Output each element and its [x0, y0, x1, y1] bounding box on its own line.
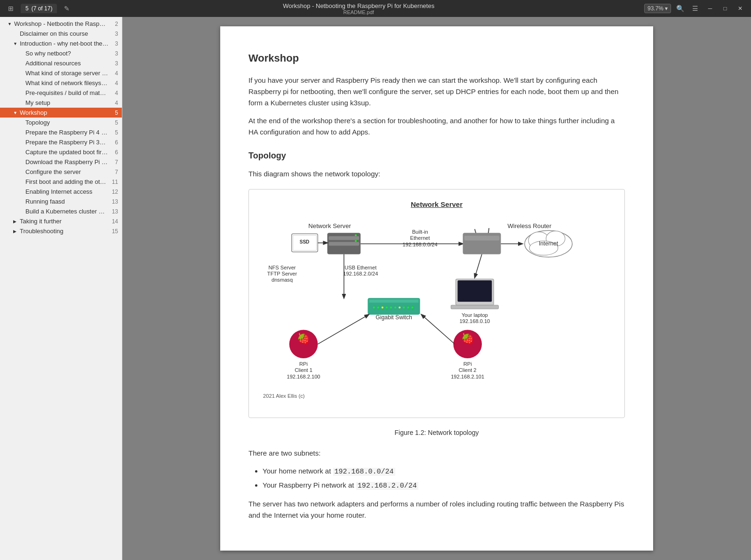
- close-button[interactable]: ✕: [734, 3, 746, 14]
- menu-icon[interactable]: ☰: [689, 3, 701, 14]
- toc-item[interactable]: Build a Kubernetes cluster with ... 13: [0, 206, 122, 216]
- toc-page: 3: [109, 50, 118, 57]
- toc-label: What kind of network filesyste...: [25, 79, 109, 87]
- svg-point-38: [394, 307, 396, 308]
- toc-page: 15: [109, 228, 118, 235]
- toc-item[interactable]: What kind of network filesyste... 4: [0, 78, 122, 88]
- toc-item[interactable]: Enabling Internet access 12: [0, 187, 122, 197]
- toc-item[interactable]: So why netboot? 3: [0, 48, 122, 58]
- window-subtitle: README.pdf: [73, 9, 644, 15]
- svg-text:Gigabit Switch: Gigabit Switch: [376, 314, 412, 321]
- svg-point-39: [399, 307, 400, 308]
- toc-page: 6: [109, 139, 118, 146]
- toc-page: 7: [109, 159, 118, 166]
- svg-rect-32: [369, 300, 418, 303]
- svg-text:NFS Server: NFS Server: [269, 265, 296, 270]
- toc-page: 13: [109, 198, 118, 205]
- titlebar: ⊞ 5 (7 of 17) ✎ Workshop - Netbooting th…: [0, 0, 751, 17]
- topology-heading: Topology: [248, 149, 625, 163]
- toc-item[interactable]: ▼ Workshop 5: [0, 108, 122, 118]
- page-section-title: Workshop: [248, 50, 625, 66]
- window-title: Workshop - Netbooting the Raspberry Pi f…: [73, 2, 644, 9]
- titlebar-left: ⊞ 5 (7 of 17) ✎: [5, 3, 73, 14]
- intro-paragraph-1: If you have your server and Raspberry Pi…: [248, 75, 625, 109]
- overview-icon[interactable]: ⊞: [5, 3, 17, 14]
- expand-icon: ▼: [13, 110, 18, 115]
- toc-page: 3: [109, 40, 118, 47]
- expand-icon: ▶: [13, 229, 18, 234]
- svg-point-41: [407, 307, 409, 308]
- toc-page: 13: [109, 208, 118, 215]
- toc-item[interactable]: Configure the server 7: [0, 167, 122, 177]
- toc-item[interactable]: Topology 5: [0, 118, 122, 127]
- svg-text:Network Server: Network Server: [308, 222, 351, 229]
- svg-text:192.168.2.0/24: 192.168.2.0/24: [343, 271, 378, 276]
- toc-label: Configure the server: [25, 168, 109, 175]
- svg-text:Internet: Internet: [539, 240, 559, 247]
- svg-line-55: [422, 315, 455, 344]
- toc-item[interactable]: First boot and adding the other ... 11: [0, 177, 122, 187]
- toc-page: 4: [109, 90, 118, 96]
- toc-label: Pre-requisites / build of materials: [25, 89, 109, 96]
- page: Workshop If you have your server and Ras…: [220, 26, 653, 551]
- content-area[interactable]: Workshop If you have your server and Ras…: [122, 17, 751, 560]
- toc-item[interactable]: Pre-requisites / build of materials 4: [0, 88, 122, 98]
- maximize-button[interactable]: □: [719, 3, 731, 14]
- svg-rect-6: [329, 236, 360, 240]
- tab-active[interactable]: 5 (7 of 17): [21, 4, 57, 13]
- toc-list: ▼ Workshop - Netbootin the Raspberr... 2…: [0, 17, 122, 238]
- toc-item[interactable]: My setup 4: [0, 98, 122, 108]
- toc-item[interactable]: What kind of storage server do I... 4: [0, 68, 122, 78]
- expand-icon: ▼: [13, 41, 18, 46]
- toc-page: 7: [109, 169, 118, 175]
- toc-item[interactable]: ▼ Introduction - why net-boot the RPi? 3: [0, 39, 122, 48]
- svg-rect-18: [464, 236, 500, 240]
- topology-diagram: Network Server Network Server Wireless R…: [248, 189, 625, 418]
- zoom-dropdown-icon: ▾: [665, 5, 668, 12]
- svg-point-8: [355, 234, 357, 236]
- svg-point-42: [411, 307, 413, 308]
- svg-text:Client 2: Client 2: [459, 367, 477, 373]
- svg-line-49: [318, 315, 368, 344]
- topology-intro: This diagram shows the network topology:: [248, 168, 625, 180]
- svg-rect-58: [451, 305, 498, 309]
- toc-item[interactable]: ▶ Taking it further 14: [0, 216, 122, 226]
- toc-label: Troubleshooting: [20, 228, 109, 235]
- toc-item[interactable]: Running faasd 13: [0, 197, 122, 206]
- minimize-button[interactable]: ─: [704, 3, 716, 14]
- subnet-item-2: Your Raspberry Pi network at 192.168.2.0…: [263, 480, 625, 492]
- toc-label: First boot and adding the other ...: [25, 178, 109, 185]
- titlebar-right: 93.7% ▾ 🔍 ☰ ─ □ ✕: [644, 3, 746, 14]
- toc-item[interactable]: Download the Raspberry Pi OS L... 7: [0, 157, 122, 167]
- toc-label: Download the Raspberry Pi OS L...: [25, 158, 109, 166]
- toc-item[interactable]: Disclaimer on this course 3: [0, 29, 122, 39]
- search-icon[interactable]: 🔍: [674, 3, 686, 14]
- toc-page: 12: [109, 189, 118, 195]
- toc-page: 11: [109, 179, 118, 185]
- intro-paragraph-2: At the end of the workshop there's a sec…: [248, 115, 625, 138]
- toc-page: 4: [109, 100, 118, 106]
- svg-point-37: [390, 307, 392, 308]
- subnets-list: Your home network at 192.168.0.0/24 Your…: [263, 465, 625, 492]
- toc-item[interactable]: Capture the updated boot firm... 6: [0, 147, 122, 157]
- subnet1-code: 192.168.0.0/24: [333, 468, 395, 476]
- svg-text:192.168.2.101: 192.168.2.101: [451, 374, 484, 379]
- toc-page: 3: [109, 60, 118, 67]
- toc-page: 3: [109, 31, 118, 37]
- svg-text:RPi: RPi: [463, 361, 472, 367]
- svg-text:Built-in: Built-in: [412, 229, 428, 235]
- toc-page: 6: [109, 149, 118, 156]
- zoom-control[interactable]: 93.7% ▾: [644, 4, 671, 13]
- toc-label: Prepare the Raspberry Pi 3B+ fo...: [25, 139, 109, 146]
- svg-text:SSD: SSD: [300, 239, 310, 245]
- edit-icon[interactable]: ✎: [61, 3, 73, 14]
- toc-item[interactable]: ▶ Troubleshooting 15: [0, 226, 122, 236]
- toc-item[interactable]: ▼ Workshop - Netbootin the Raspberr... 2: [0, 19, 122, 29]
- toc-page: 5: [109, 129, 118, 136]
- toc-label: Introduction - why net-boot the RPi?: [20, 40, 109, 47]
- toc-item[interactable]: Prepare the Raspberry Pi 3B+ fo... 6: [0, 137, 122, 147]
- toc-item[interactable]: Additional resources 3: [0, 58, 122, 68]
- svg-text:Ethernet: Ethernet: [410, 235, 430, 241]
- expand-icon: ▶: [13, 219, 18, 224]
- toc-item[interactable]: Prepare the Raspberry Pi 4 for n... 5: [0, 127, 122, 137]
